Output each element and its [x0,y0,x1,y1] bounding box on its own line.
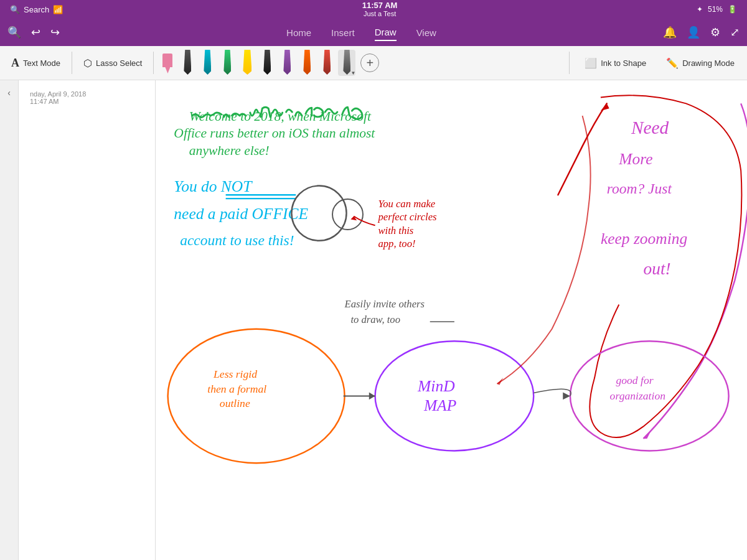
svg-marker-32 [369,393,375,400]
svg-marker-14 [350,217,357,221]
bluetooth-icon: ✦ [697,5,703,14]
note-title: Just a Test [364,10,396,18]
nav-right: 🔔 👤 ⚙ ⤢ [663,26,740,39]
pen-swatch-purple[interactable] [278,50,296,76]
toolbar: A Text Mode ⬡ Lasso Select [0,46,747,80]
svg-text:Office runs better on iOS than: Office runs better on iOS than almost [174,126,375,141]
pen-swatch-red[interactable] [318,50,336,76]
undo-icon[interactable]: ↩ [31,26,40,39]
svg-marker-21 [644,431,651,439]
add-pen-icon: + [367,56,374,70]
drawing-mode-icon: ✏️ [666,57,679,69]
page-date: nday, April 9, 2018 [30,90,144,98]
nav-tabs: Home Insert Draw View [60,24,663,41]
svg-text:Welcome to 2018, when Microsof: Welcome to 2018, when Microsoft [189,109,372,124]
svg-text:MinD: MinD [417,377,454,395]
svg-text:to draw, too: to draw, too [350,314,400,325]
pen-swatch-pink[interactable] [159,50,176,76]
svg-text:need a paid OFFICE: need a paid OFFICE [174,205,308,223]
svg-text:perfect circles: perfect circles [377,211,436,223]
svg-marker-15 [601,103,609,111]
search-label[interactable]: Search [24,5,49,14]
pen-swatch-green[interactable] [218,50,236,76]
lasso-select-icon: ⬡ [83,57,92,69]
status-center: 11:57 AM Just a Test [362,1,398,19]
page-entry[interactable]: nday, April 9, 2018 11:47 AM [24,85,150,110]
svg-point-13 [332,199,363,230]
page-time: 11:47 AM [30,98,144,105]
svg-text:room? Just: room? Just [607,180,672,197]
svg-text:Less rigid: Less rigid [213,368,257,380]
text-mode-icon: A [11,57,19,70]
toolbar-right: ⬜ Ink to Shape ✏️ Drawing Mode [566,52,742,74]
status-bar: 🔍 Search 📶 11:57 AM Just a Test ✦ 51% 🔋 [0,0,747,19]
tab-draw[interactable]: Draw [375,24,397,41]
text-mode-button[interactable]: A Text Mode [5,53,67,73]
nav-bar: 🔍 ↩ ↪ Home Insert Draw View 🔔 👤 ⚙ ⤢ [0,19,747,46]
svg-text:app, too!: app, too! [378,238,415,250]
ink-to-shape-icon: ⬜ [585,57,597,69]
svg-text:good for: good for [616,374,653,386]
status-right: ✦ 51% 🔋 [697,5,737,14]
pen-swatch-dark2[interactable] [258,50,276,76]
settings-icon[interactable]: ⚙ [710,26,720,39]
battery-level: 51% [708,5,723,14]
ink-to-shape-label: Ink to Shape [601,58,646,68]
pen-swatch-cyan[interactable] [199,50,216,76]
divider-2 [153,52,154,74]
drawing-mode-button[interactable]: ✏️ Drawing Mode [659,54,742,73]
svg-text:account to use this!: account to use this! [180,232,294,248]
add-pen-button[interactable]: + [360,54,379,72]
pen-swatch-grey[interactable]: ▼ [338,50,355,76]
tab-insert[interactable]: Insert [331,25,355,40]
lasso-select-button[interactable]: ⬡ Lasso Select [77,54,148,73]
pen-swatch-dark1[interactable] [179,50,196,76]
svg-text:then a formal: then a formal [207,383,266,395]
divider-1 [72,52,72,74]
wifi-icon: 📶 [53,5,63,14]
svg-text:You can make: You can make [378,198,435,210]
svg-text:out!: out! [644,259,671,278]
bell-icon[interactable]: 🔔 [663,26,677,39]
search-nav-icon[interactable]: 🔍 [7,26,21,39]
redo-icon[interactable]: ↪ [50,26,60,39]
pen-swatch-orange[interactable] [298,50,316,76]
add-person-icon[interactable]: 👤 [687,26,700,39]
svg-text:Need: Need [631,118,669,138]
svg-text:Easily invite others: Easily invite others [344,298,425,310]
canvas-area[interactable]: Welcome to 2018, when Microsoft Office r… [156,80,747,560]
clock: 11:57 AM [362,1,398,11]
svg-text:You do NOT: You do NOT [174,177,253,195]
svg-point-25 [168,329,345,463]
drawing-mode-label: Drawing Mode [682,58,735,68]
svg-text:keep zooming: keep zooming [601,230,687,248]
notebook-area: ‹ nday, April 9, 2018 11:47 AM [0,80,747,560]
drawing-svg: Welcome to 2018, when Microsoft Office r… [156,80,747,560]
lasso-select-label: Lasso Select [96,58,142,68]
tab-view[interactable]: View [416,25,436,40]
page-tab: nday, April 9, 2018 11:47 AM [19,80,156,560]
svg-text:MAP: MAP [423,396,456,414]
pen-swatch-yellow[interactable] [238,50,256,76]
svg-marker-37 [497,378,503,385]
search-icon[interactable]: 🔍 [10,5,20,14]
divider-3 [569,52,570,74]
sidebar-chevron-icon: ‹ [7,88,11,98]
text-mode-label: Text Mode [23,58,60,68]
ink-to-shape-button[interactable]: ⬜ Ink to Shape [577,54,654,73]
svg-text:anywhere else!: anywhere else! [189,143,270,158]
battery-icon: 🔋 [728,5,737,14]
svg-text:More: More [618,150,652,168]
sidebar-toggle[interactable]: ‹ [0,80,19,560]
nav-left: 🔍 ↩ ↪ [7,26,60,39]
svg-text:organization: organization [610,390,666,402]
tab-home[interactable]: Home [286,25,311,40]
svg-text:with this: with this [378,225,413,236]
svg-marker-36 [563,393,570,400]
svg-text:outline: outline [220,397,250,409]
status-left: 🔍 Search 📶 [10,5,63,14]
expand-icon[interactable]: ⤢ [730,26,740,39]
